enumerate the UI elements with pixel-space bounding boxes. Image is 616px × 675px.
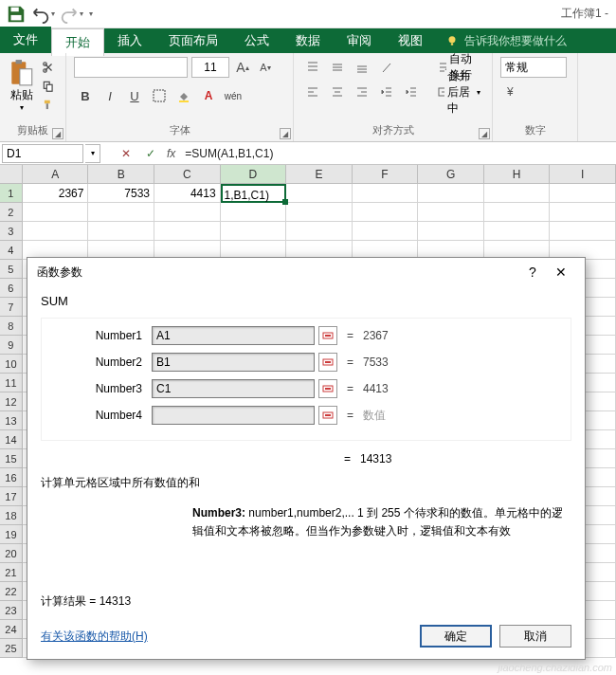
cell[interactable] bbox=[286, 203, 353, 222]
align-left-icon[interactable] bbox=[301, 82, 324, 102]
redo-icon[interactable] bbox=[59, 4, 80, 25]
format-painter-icon[interactable] bbox=[39, 97, 58, 114]
row-header[interactable]: 23 bbox=[0, 601, 23, 620]
align-middle-icon[interactable] bbox=[326, 57, 349, 78]
col-header[interactable]: I bbox=[550, 165, 616, 184]
increase-font-icon[interactable]: A▴ bbox=[233, 58, 252, 77]
tab-insert[interactable]: 插入 bbox=[104, 27, 155, 54]
row-header[interactable]: 6 bbox=[0, 279, 23, 298]
col-header[interactable]: D bbox=[221, 165, 287, 184]
clipboard-launcher[interactable]: ◢ bbox=[52, 128, 63, 139]
font-color-button[interactable]: A bbox=[197, 85, 220, 106]
row-header[interactable]: 8 bbox=[0, 317, 23, 336]
function-help-link[interactable]: 有关该函数的帮助(H) bbox=[41, 629, 148, 645]
phonetic-button[interactable]: wén bbox=[222, 85, 245, 106]
name-box-dropdown[interactable]: ▾ bbox=[85, 144, 100, 163]
row-header[interactable]: 12 bbox=[0, 392, 23, 411]
row-header[interactable]: 24 bbox=[0, 620, 23, 639]
fill-color-button[interactable] bbox=[172, 85, 195, 106]
cell[interactable]: 2367 bbox=[23, 184, 89, 203]
cut-icon[interactable] bbox=[39, 59, 58, 76]
cell[interactable] bbox=[286, 184, 353, 203]
align-right-icon[interactable] bbox=[351, 82, 373, 102]
col-header[interactable]: C bbox=[154, 165, 221, 184]
orientation-icon[interactable] bbox=[375, 57, 398, 78]
row-header[interactable]: 3 bbox=[0, 222, 23, 241]
merge-center-button[interactable]: 合并后居中▾ bbox=[434, 82, 484, 102]
row-header[interactable]: 9 bbox=[0, 336, 23, 355]
cell[interactable] bbox=[88, 222, 154, 241]
row-header[interactable]: 10 bbox=[0, 355, 23, 374]
ok-button[interactable]: 确定 bbox=[420, 625, 492, 648]
row-header[interactable]: 7 bbox=[0, 298, 23, 317]
row-header[interactable]: 16 bbox=[0, 468, 23, 487]
align-top-icon[interactable] bbox=[301, 57, 324, 78]
cell[interactable] bbox=[286, 222, 353, 241]
cell[interactable]: 1,B1,C1) bbox=[221, 184, 287, 203]
accounting-format-icon[interactable]: ¥ bbox=[500, 82, 523, 102]
bold-button[interactable]: B bbox=[74, 85, 97, 106]
tell-me[interactable]: 告诉我你想要做什么 bbox=[445, 33, 567, 49]
cell[interactable] bbox=[418, 184, 484, 203]
tab-data[interactable]: 数据 bbox=[282, 27, 334, 54]
tab-layout[interactable]: 页面布局 bbox=[155, 27, 231, 54]
cell[interactable] bbox=[484, 203, 551, 222]
number-format-combo[interactable]: 常规 bbox=[500, 57, 567, 78]
cell[interactable] bbox=[550, 222, 616, 241]
row-header[interactable]: 1 bbox=[0, 184, 23, 203]
row-header[interactable]: 17 bbox=[0, 487, 23, 506]
argument-input[interactable] bbox=[152, 326, 315, 345]
collapse-dialog-icon[interactable] bbox=[318, 406, 337, 425]
argument-input[interactable] bbox=[152, 379, 315, 398]
row-header[interactable]: 20 bbox=[0, 544, 23, 563]
name-box[interactable]: D1 bbox=[2, 144, 83, 163]
row-header[interactable]: 25 bbox=[0, 639, 23, 658]
row-header[interactable]: 4 bbox=[0, 241, 23, 260]
font-size-combo[interactable]: 11 bbox=[191, 57, 229, 78]
col-header[interactable]: H bbox=[484, 165, 551, 184]
italic-button[interactable]: I bbox=[99, 85, 121, 106]
row-header[interactable]: 2 bbox=[0, 203, 23, 222]
cell[interactable] bbox=[353, 184, 419, 203]
copy-icon[interactable] bbox=[39, 78, 58, 95]
cell[interactable] bbox=[154, 203, 221, 222]
collapse-dialog-icon[interactable] bbox=[318, 379, 337, 398]
align-bottom-icon[interactable] bbox=[351, 57, 373, 78]
dialog-help-icon[interactable]: ? bbox=[518, 261, 547, 283]
row-header[interactable]: 14 bbox=[0, 430, 23, 449]
row-header[interactable]: 13 bbox=[0, 411, 23, 430]
formula-cancel-icon[interactable]: ✕ bbox=[114, 143, 138, 164]
font-launcher[interactable]: ◢ bbox=[280, 128, 291, 139]
cell[interactable] bbox=[88, 203, 154, 222]
alignment-launcher[interactable]: ◢ bbox=[479, 128, 490, 139]
align-center-icon[interactable] bbox=[326, 82, 349, 102]
col-header[interactable]: E bbox=[286, 165, 353, 184]
row-header[interactable]: 15 bbox=[0, 449, 23, 468]
tab-view[interactable]: 视图 bbox=[385, 27, 436, 54]
undo-dropdown[interactable]: ▾ bbox=[51, 9, 55, 18]
cell[interactable] bbox=[154, 222, 221, 241]
tab-formulas[interactable]: 公式 bbox=[231, 27, 282, 54]
row-header[interactable]: 18 bbox=[0, 506, 23, 525]
select-all-corner[interactable] bbox=[0, 165, 23, 184]
col-header[interactable]: B bbox=[88, 165, 154, 184]
paste-button[interactable]: 粘贴 ▾ bbox=[8, 57, 35, 112]
col-header[interactable]: F bbox=[353, 165, 419, 184]
cell[interactable]: 7533 bbox=[88, 184, 154, 203]
border-button[interactable] bbox=[148, 85, 171, 106]
increase-indent-icon[interactable] bbox=[400, 82, 423, 102]
collapse-dialog-icon[interactable] bbox=[318, 326, 337, 345]
font-name-combo[interactable] bbox=[74, 57, 188, 78]
row-header[interactable]: 21 bbox=[0, 563, 23, 582]
col-header[interactable]: G bbox=[418, 165, 484, 184]
tab-home[interactable]: 开始 bbox=[51, 28, 104, 56]
decrease-indent-icon[interactable] bbox=[375, 82, 398, 102]
argument-input[interactable] bbox=[152, 353, 315, 372]
cell[interactable] bbox=[23, 203, 89, 222]
save-icon[interactable] bbox=[6, 4, 27, 25]
collapse-dialog-icon[interactable] bbox=[318, 353, 337, 372]
redo-dropdown[interactable]: ▾ bbox=[80, 9, 83, 18]
cell[interactable] bbox=[418, 222, 484, 241]
cell[interactable] bbox=[550, 184, 616, 203]
formula-input[interactable]: =SUM(A1,B1,C1) bbox=[179, 144, 616, 163]
